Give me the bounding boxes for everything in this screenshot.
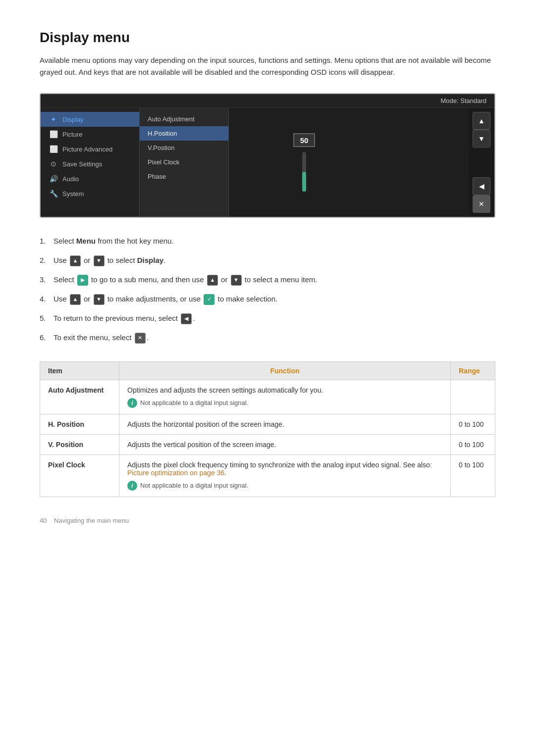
- osd-menu-auto-adjustment: Auto Adjustment: [140, 112, 228, 126]
- range-pixel-clock: 0 to 100: [451, 454, 495, 497]
- osd-sidebar-save-settings: ⊙ Save Settings: [41, 156, 139, 171]
- function-vposition-text: Adjusts the vertical position of the scr…: [127, 441, 276, 449]
- instruction-1: 1. Select Menu from the hot key menu.: [40, 236, 495, 247]
- osd-menu-hposition: H.Position: [140, 126, 228, 141]
- back-btn-inline: ◀: [181, 313, 192, 324]
- range-auto-adjustment: [451, 380, 495, 414]
- instruction-num-5: 5.: [40, 313, 54, 324]
- instruction-text-5: To return to the previous menu, select ◀…: [54, 313, 195, 324]
- up-btn-inline-2: ▲: [207, 275, 218, 286]
- range-vposition: 0 to 100: [451, 434, 495, 454]
- right-btn-inline: ▶: [77, 275, 88, 286]
- item-vposition: V. Position: [40, 434, 119, 454]
- osd-exit-button[interactable]: ✕: [473, 195, 490, 213]
- col-function: Function: [119, 361, 451, 380]
- instruction-2: 2. Use ▲ or ▼ to select Display.: [40, 255, 495, 266]
- osd-buttons-column: ▲ ▼ ◀ ✕: [469, 108, 494, 217]
- table-header: Item Function Range: [40, 361, 495, 380]
- osd-down-button[interactable]: ▼: [473, 130, 490, 148]
- osd-sidebar-display: ✦ Display: [41, 112, 139, 127]
- osd-sidebar-picture: ⬜ Picture: [41, 127, 139, 142]
- osd-empty-col: [379, 108, 469, 217]
- table-body: Auto Adjustment Optimizes and adjusts th…: [40, 380, 495, 497]
- instruction-text-4: Use ▲ or ▼ to make adjustments, or use ✓…: [54, 294, 277, 305]
- function-hposition-text: Adjusts the horizontal position of the s…: [127, 420, 284, 428]
- picture-advanced-icon: ⬜: [49, 145, 58, 153]
- instruction-3: 3. Select ▶ to go to a sub menu, and the…: [40, 274, 495, 286]
- osd-sidebar-save-settings-label: Save Settings: [62, 160, 102, 168]
- page-title: Display menu: [40, 30, 495, 46]
- instruction-4: 4. Use ▲ or ▼ to make adjustments, or us…: [40, 294, 495, 305]
- table-row-auto-adjustment: Auto Adjustment Optimizes and adjusts th…: [40, 380, 495, 414]
- osd-mode-bar: Mode: Standard: [41, 94, 494, 108]
- instruction-text-1: Select Menu from the hot key menu.: [54, 236, 174, 247]
- instruction-text-3: Select ▶ to go to a sub menu, and then u…: [54, 274, 317, 286]
- note-icon-1: i: [127, 398, 137, 408]
- osd-value-badge: 50: [293, 133, 315, 147]
- system-icon: 🔧: [49, 190, 58, 198]
- function-pixel-clock: Adjusts the pixel clock frequency timing…: [119, 454, 451, 497]
- item-auto-adjustment: Auto Adjustment: [40, 380, 119, 414]
- col-range: Range: [451, 361, 495, 380]
- note-text-1: Not applicable to a digital input signal…: [140, 399, 248, 406]
- function-auto-adjustment: Optimizes and adjusts the screen setting…: [119, 380, 451, 414]
- down-btn-inline: ▼: [94, 255, 105, 266]
- osd-sidebar-display-label: Display: [62, 116, 84, 123]
- instruction-num-4: 4.: [40, 294, 54, 305]
- instruction-6: 6. To exit the menu, select ✕.: [40, 332, 495, 344]
- exit-btn-inline: ✕: [135, 333, 146, 344]
- note-icon-2: i: [127, 481, 137, 491]
- page-footer: 40 Navigating the main menu: [40, 517, 495, 524]
- osd-menu-vposition: V.Postion: [140, 141, 228, 155]
- instruction-num-1: 1.: [40, 236, 54, 247]
- osd-slider-track: [302, 152, 306, 192]
- function-pixel-clock-text: Adjusts the pixel clock frequency timing…: [127, 461, 432, 477]
- info-table: Item Function Range Auto Adjustment Opti…: [40, 361, 495, 497]
- osd-menu-column: Auto Adjustment H.Position V.Postion Pix…: [140, 108, 229, 217]
- osd-menu-pixel-clock: Pixel Clock: [140, 155, 228, 169]
- table-row-vposition: V. Position Adjusts the vertical positio…: [40, 434, 495, 454]
- function-auto-adjustment-text: Optimizes and adjusts the screen setting…: [127, 386, 323, 394]
- osd-sidebar-system: 🔧 System: [41, 186, 139, 201]
- down-btn-inline-3: ▼: [94, 294, 105, 305]
- item-pixel-clock: Pixel Clock: [40, 454, 119, 497]
- instruction-text-2: Use ▲ or ▼ to select Display.: [54, 255, 165, 266]
- table-row-hposition: H. Position Adjusts the horizontal posit…: [40, 414, 495, 434]
- instructions-list: 1. Select Menu from the hot key menu. 2.…: [40, 236, 495, 344]
- osd-sidebar-audio: 🔊 Audio: [41, 171, 139, 186]
- table-row-pixel-clock: Pixel Clock Adjusts the pixel clock freq…: [40, 454, 495, 497]
- osd-sidebar-picture-label: Picture: [62, 131, 82, 138]
- down-btn-inline-2: ▼: [231, 275, 242, 286]
- osd-menu-phase: Phase: [140, 169, 228, 184]
- note-auto-adjustment: i Not applicable to a digital input sign…: [127, 398, 442, 408]
- osd-sidebar-audio-label: Audio: [62, 175, 79, 183]
- osd-sidebar-system-label: System: [62, 190, 84, 198]
- check-btn-inline: ✓: [204, 294, 214, 305]
- up-btn-inline: ▲: [70, 255, 81, 266]
- note-pixel-clock: i Not applicable to a digital input sign…: [127, 481, 442, 491]
- col-item: Item: [40, 361, 119, 380]
- osd-sidebar-picture-advanced: ⬜ Picture Advanced: [41, 142, 139, 156]
- range-hposition: 0 to 100: [451, 414, 495, 434]
- osd-sidebar-picture-advanced-label: Picture Advanced: [62, 146, 112, 153]
- footer-nav-text: Navigating the main menu: [54, 517, 129, 524]
- save-settings-icon: ⊙: [49, 160, 58, 168]
- osd-back-button[interactable]: ◀: [473, 177, 490, 195]
- instruction-num-3: 3.: [40, 274, 54, 286]
- picture-icon: ⬜: [49, 130, 58, 138]
- audio-icon: 🔊: [49, 175, 58, 183]
- osd-value-column: 50: [229, 108, 379, 217]
- picture-optimization-link[interactable]: Picture optimization on page 36: [127, 469, 224, 477]
- display-icon: ✦: [49, 115, 58, 123]
- instruction-num-6: 6.: [40, 332, 54, 344]
- osd-sidebar: ✦ Display ⬜ Picture ⬜ Picture Advanced ⊙…: [41, 108, 140, 217]
- instruction-num-2: 2.: [40, 255, 54, 266]
- intro-paragraph: Available menu options may vary dependin…: [40, 54, 495, 78]
- footer-page-num: 40: [40, 517, 47, 524]
- function-vposition: Adjusts the vertical position of the scr…: [119, 434, 451, 454]
- osd-up-button[interactable]: ▲: [473, 112, 490, 130]
- up-btn-inline-3: ▲: [70, 294, 81, 305]
- osd-screenshot: Mode: Standard ✦ Display ⬜ Picture ⬜ Pic…: [40, 93, 495, 218]
- note-text-2: Not applicable to a digital input signal…: [140, 482, 248, 489]
- osd-slider-fill: [302, 172, 306, 192]
